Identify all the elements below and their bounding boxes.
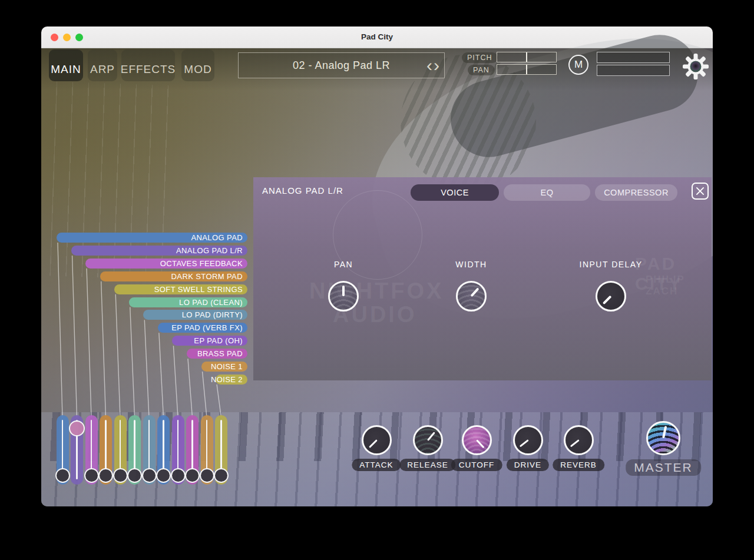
meter-right xyxy=(597,65,670,76)
slider-thumb[interactable] xyxy=(214,468,229,483)
gear-icon xyxy=(682,53,709,80)
pad-name: ANALOG PAD L/R xyxy=(176,246,243,255)
master-knob[interactable] xyxy=(646,421,680,455)
pad-item[interactable]: DARK STORM PAD xyxy=(100,271,247,281)
slider-thumb[interactable] xyxy=(200,468,214,483)
pad-item[interactable]: LO PAD (CLEAN) xyxy=(129,297,247,307)
pad-level-slider[interactable] xyxy=(172,415,184,485)
slider-thumb[interactable] xyxy=(171,468,186,483)
preset-prev-icon[interactable]: ‹ xyxy=(426,57,432,74)
pad-item[interactable]: LO PAD (DIRTY) xyxy=(143,310,247,320)
slider-thumb[interactable] xyxy=(55,468,70,483)
mono-button[interactable]: M xyxy=(568,55,588,75)
pad-name: OCTAVES FEEDBACK xyxy=(160,259,243,268)
pad-level-slider[interactable] xyxy=(186,415,199,485)
panel-title: ANALOG PAD L/R xyxy=(262,185,343,195)
panel-tab-compressor[interactable]: COMPRESSOR xyxy=(595,184,677,201)
preset-selector[interactable]: 02 - Analog Pad LR ‹ › xyxy=(238,52,445,78)
pad-item[interactable]: ANALOG PAD L/R xyxy=(71,246,247,256)
settings-button[interactable] xyxy=(682,53,709,82)
pad-level-slider[interactable] xyxy=(57,415,69,485)
knob-pointer-icon xyxy=(662,426,667,438)
knob-pointer-icon xyxy=(570,439,579,448)
pad-level-slider[interactable] xyxy=(143,415,156,485)
knob-rotor xyxy=(646,421,680,455)
attack-knob[interactable] xyxy=(362,425,392,455)
knob-pointer-icon xyxy=(368,439,377,448)
pad-level-slider[interactable] xyxy=(128,415,141,485)
pad-item[interactable]: NOISE 2 xyxy=(216,375,247,385)
slider-thumb[interactable] xyxy=(185,468,200,483)
pad-level-slider[interactable] xyxy=(85,415,98,485)
pad-item[interactable]: EP PAD (OH) xyxy=(172,336,247,346)
knob-rotor xyxy=(596,281,626,312)
pad-level-slider[interactable] xyxy=(100,415,112,485)
pad-name: NOISE 2 xyxy=(211,375,243,384)
pad-item[interactable]: SOFT SWELL STRINGS xyxy=(114,284,247,294)
pitch-slider[interactable] xyxy=(497,52,557,62)
tab-main[interactable]: MAIN xyxy=(49,49,83,81)
pad-item[interactable]: OCTAVES FEEDBACK xyxy=(85,259,247,269)
plugin-window: Pad City MAINARPEFFECTSMOD 02 - Analog P… xyxy=(41,26,713,506)
knob-rotor xyxy=(330,283,357,310)
output-meters xyxy=(597,52,670,76)
pad-name: EP PAD (OH) xyxy=(194,336,243,345)
pad-name: NOISE 1 xyxy=(211,362,243,371)
knob-label: CUTOFF xyxy=(451,459,502,471)
pad-level-slider[interactable] xyxy=(215,415,227,485)
knob-label: ATTACK xyxy=(352,459,401,471)
slider-thumb[interactable] xyxy=(98,468,113,483)
knob-rotor xyxy=(462,425,492,455)
knob-pointer-icon xyxy=(427,431,435,440)
knob-label: WIDTH xyxy=(455,260,487,269)
pad-level-slider[interactable] xyxy=(157,415,170,485)
preset-next-icon[interactable]: › xyxy=(434,57,439,74)
slider-thumb[interactable] xyxy=(69,420,85,436)
tab-effects[interactable]: EFFECTS xyxy=(121,49,175,81)
knob-label: PAN xyxy=(334,260,353,269)
pad-name: LO PAD (DIRTY) xyxy=(182,310,243,319)
knob-pointer-icon xyxy=(471,287,479,297)
slider-thumb[interactable] xyxy=(84,468,99,483)
pad-name: EP PAD (VERB FX) xyxy=(171,323,243,332)
knob-pointer-icon xyxy=(603,296,611,304)
pad-name: SOFT SWELL STRINGS xyxy=(154,285,243,294)
pad-name: BRASS PAD xyxy=(197,349,243,358)
input-delay-knob[interactable] xyxy=(596,281,626,312)
knob-rotor xyxy=(362,425,392,455)
panel-tab-eq[interactable]: EQ xyxy=(504,184,590,201)
knob-label: DRIVE xyxy=(507,459,549,471)
knob-label: MASTER xyxy=(626,459,701,476)
pan-label: PAN xyxy=(468,65,495,75)
pan-knob[interactable] xyxy=(328,281,359,312)
preset-arrows: ‹ › xyxy=(426,53,439,78)
slider-thumb[interactable] xyxy=(127,468,142,483)
reverb-knob[interactable] xyxy=(564,425,594,455)
drive-knob[interactable] xyxy=(513,425,543,455)
panel-close-button[interactable] xyxy=(692,183,709,200)
panel-tab-voice[interactable]: VOICE xyxy=(411,184,499,201)
pad-item[interactable]: EP PAD (VERB FX) xyxy=(158,323,247,333)
pad-item[interactable]: BRASS PAD xyxy=(187,349,247,359)
titlebar: Pad City xyxy=(41,26,713,48)
slider-thumb[interactable] xyxy=(113,468,128,483)
tab-arp[interactable]: ARP xyxy=(88,49,117,81)
knob-pointer-icon xyxy=(476,439,485,449)
meter-left xyxy=(597,52,670,63)
pan-slider[interactable] xyxy=(497,64,557,75)
pad-item[interactable]: ANALOG PAD xyxy=(57,233,247,243)
pad-item[interactable]: NOISE 1 xyxy=(201,362,248,372)
slider-thumb[interactable] xyxy=(142,468,157,483)
width-knob[interactable] xyxy=(456,281,487,312)
pad-level-slider[interactable] xyxy=(201,415,213,485)
pad-name: DARK STORM PAD xyxy=(171,272,243,281)
pad-level-slider[interactable] xyxy=(71,415,83,485)
close-icon xyxy=(696,187,705,195)
cutoff-knob[interactable] xyxy=(462,425,492,455)
tab-mod[interactable]: MOD xyxy=(181,49,214,81)
slider-thumb[interactable] xyxy=(156,468,171,483)
pad-level-slider[interactable] xyxy=(114,415,127,485)
pad-name: LO PAD (CLEAN) xyxy=(179,298,243,307)
pad-name: ANALOG PAD xyxy=(191,233,243,242)
release-knob[interactable] xyxy=(413,425,443,455)
